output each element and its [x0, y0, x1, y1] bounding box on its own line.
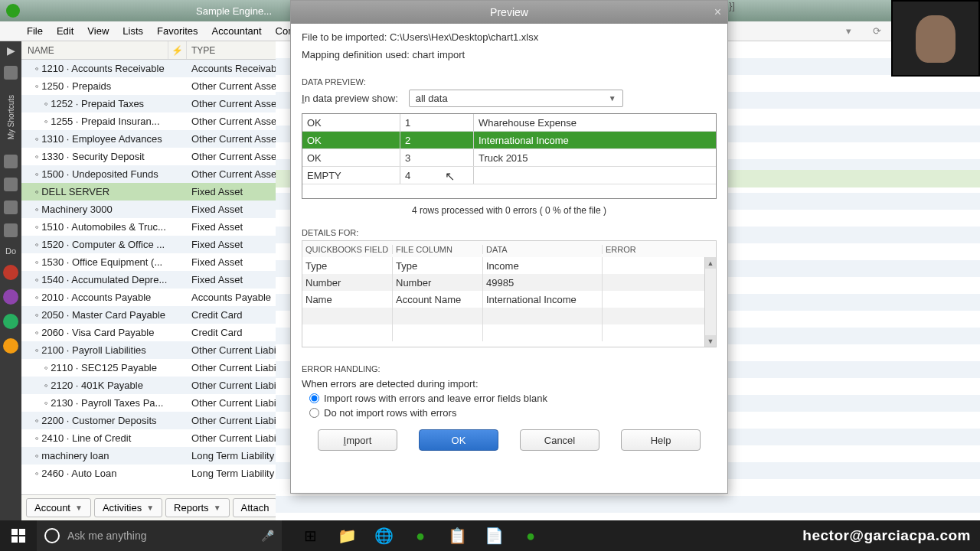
coa-row[interactable]: ◦ 2010 · Accounts PayableAccounts Payabl…	[21, 289, 276, 306]
coa-row[interactable]: ◦ 2120 · 401K PayableOther Current Liabi…	[21, 377, 276, 394]
shortcut-icon[interactable]	[4, 201, 18, 214]
coa-row[interactable]: ◦ 2460 · Auto LoanLong Term Liability	[21, 465, 276, 482]
scrollbar[interactable]: ▲ ▼	[704, 257, 716, 347]
quickbooks-icon-2[interactable]: ●	[513, 520, 548, 551]
show-dropdown[interactable]: all data▼	[409, 90, 623, 107]
preview-row[interactable]: OK1Wharehouse Expense	[302, 114, 716, 132]
import-button[interactable]: Import	[318, 429, 397, 451]
coa-row[interactable]: ◦ 1310 · Employee AdvancesOther Current …	[21, 130, 276, 148]
coa-row[interactable]: ◦ 2110 · SEC125 PayableOther Current Lia…	[21, 359, 276, 377]
dialog-titlebar[interactable]: Preview ×	[291, 1, 727, 24]
col-name[interactable]: NAME	[21, 41, 168, 59]
mapping-label: Mapping definition used: chart import	[302, 49, 717, 60]
coa-row[interactable]: ◦ 1252 · Prepaid TaxesOther Current Asse…	[21, 95, 276, 112]
coa-row[interactable]: ◦ 2050 · Master Card PayableCredit Card	[21, 306, 276, 324]
shortcut-icon[interactable]	[4, 223, 18, 237]
quickbooks-icon[interactable]: ●	[403, 520, 438, 551]
shortcut-icon[interactable]	[4, 178, 18, 191]
menu-lists[interactable]: Lists	[116, 25, 150, 37]
details-table[interactable]: TypeTypeIncomeNumberNumber49985NameAccou…	[302, 257, 717, 347]
task-view-icon[interactable]: ⊞	[292, 520, 328, 551]
coa-row[interactable]: ◦ 2060 · Visa Card PayableCredit Card	[21, 324, 276, 341]
coa-row[interactable]: ◦ 2130 · Payroll Taxes Pa...Other Curren…	[21, 394, 276, 412]
explorer-icon[interactable]: 📁	[329, 520, 364, 551]
orange-circle-icon[interactable]	[3, 338, 18, 354]
coa-row[interactable]: ◦ 1255 · Prepaid Insuran...Other Current…	[21, 112, 276, 130]
title-fragment: }]	[729, 0, 735, 11]
coa-row[interactable]: ◦ 2410 · Line of CreditOther Current Lia…	[21, 429, 276, 447]
coa-row[interactable]: ◦ 1250 · PrepaidsOther Current Asset	[21, 77, 276, 95]
scroll-up-icon[interactable]: ▲	[705, 257, 716, 269]
coa-row[interactable]: ◦ 1530 · Office Equipment (...Fixed Asse…	[21, 253, 276, 271]
webcam-overlay	[891, 0, 980, 77]
coa-row[interactable]: ◦ Machinery 3000Fixed Asset	[21, 201, 276, 218]
preview-table[interactable]: OK1Wharehouse ExpenseOK2International In…	[302, 113, 717, 199]
chart-of-accounts-panel: NAME ⚡ TYPE ◦ 1210 · Accounts Receivable…	[21, 41, 276, 520]
coa-row[interactable]: ◦ machinery loanLong Term Liability	[21, 447, 276, 465]
shortcut-icon[interactable]	[4, 155, 18, 168]
cancel-button[interactable]: Cancel	[520, 429, 599, 451]
menu-favorites[interactable]: Favorites	[150, 25, 204, 37]
email-watermark: hector@garciacpa.com	[802, 527, 971, 544]
window-title: Sample Engine...	[196, 5, 272, 17]
col-attach-icon[interactable]: ⚡	[168, 41, 187, 59]
col-type[interactable]: TYPE	[187, 41, 276, 59]
ok-button[interactable]: OK	[419, 429, 498, 451]
do-label: Do	[5, 246, 16, 256]
rows-summary: 4 rows processed with 0 errors ( 0 % of …	[302, 205, 717, 216]
radio-import-blank[interactable]: Import rows with errors and leave error …	[309, 393, 717, 404]
coa-row[interactable]: ◦ 2200 · Customer DepositsOther Current …	[21, 412, 276, 429]
refresh-icon[interactable]: ⟳	[866, 25, 888, 37]
coa-column-headers: NAME ⚡ TYPE	[21, 41, 276, 60]
coa-list[interactable]: ◦ 1210 · Accounts ReceivableAccounts Rec…	[21, 60, 276, 494]
dropdown-icon[interactable]: ▾	[839, 25, 858, 37]
help-button[interactable]: Help	[621, 429, 701, 451]
menu-accountant[interactable]: Accountant	[205, 25, 269, 37]
expand-icon[interactable]: ▶	[7, 44, 15, 57]
account-button[interactable]: Account▼	[26, 498, 91, 517]
dialog-title: Preview	[490, 6, 528, 18]
coa-row[interactable]: ◦ 2100 · Payroll LiabilitiesOther Curren…	[21, 341, 276, 359]
cortana-placeholder: Ask me anything	[67, 530, 147, 542]
show-label: In data preview show:	[302, 93, 398, 104]
coa-row[interactable]: ◦ 1210 · Accounts ReceivableAccounts Rec…	[21, 60, 276, 77]
coa-row[interactable]: ◦ 1540 · Accumulated Depre...Fixed Asset	[21, 271, 276, 289]
menu-edit[interactable]: Edit	[50, 25, 80, 37]
details-row[interactable]: TypeTypeIncome	[302, 257, 716, 274]
chrome-icon[interactable]: 🌐	[366, 520, 401, 551]
close-icon[interactable]: ×	[714, 5, 721, 19]
red-circle-icon[interactable]	[3, 265, 18, 280]
preview-dialog: Preview × File to be imported: C:\Users\…	[290, 0, 728, 494]
attach-button[interactable]: Attach	[233, 498, 278, 517]
activities-button[interactable]: Activities▼	[94, 498, 162, 517]
green-circle-icon[interactable]	[3, 314, 18, 329]
taskbar: Ask me anything 🎤 ⊞ 📁 🌐 ● 📋 📄 ● hector@g…	[0, 520, 980, 551]
preview-row[interactable]: EMPTY4	[302, 167, 716, 184]
details-heading: DETAILS FOR:	[302, 228, 717, 237]
mic-icon[interactable]: 🎤	[261, 530, 274, 542]
preview-row[interactable]: OK3Truck 2015	[302, 149, 716, 167]
details-row[interactable]: NameAccount NameInternational Income	[302, 291, 716, 308]
radio-skip-errors[interactable]: Do not import rows with errors	[309, 407, 717, 419]
app-icon[interactable]: 📋	[439, 520, 475, 551]
notepad-icon[interactable]: 📄	[476, 520, 511, 551]
coa-row[interactable]: ◦ 1330 · Security DepositOther Current A…	[21, 148, 276, 165]
coa-footer: Account▼ Activities▼ Reports▼ Attach Inc…	[21, 494, 276, 520]
cortana-search[interactable]: Ask me anything 🎤	[37, 520, 282, 551]
coa-row[interactable]: ◦ 1510 · Automobiles & Truc...Fixed Asse…	[21, 218, 276, 236]
preview-row[interactable]: OK2International Income	[302, 132, 716, 149]
start-button[interactable]	[0, 520, 37, 551]
file-path-label: File to be imported: C:\Users\Hex\Deskto…	[302, 31, 717, 43]
purple-circle-icon[interactable]	[3, 289, 18, 305]
reports-button[interactable]: Reports▼	[165, 498, 229, 517]
rail-label: My Shortcuts	[7, 95, 15, 139]
scroll-down-icon[interactable]: ▼	[705, 335, 716, 347]
coa-row[interactable]: ◦ 1500 · Undeposited FundsOther Current …	[21, 165, 276, 183]
search-icon[interactable]	[4, 66, 18, 80]
error-prompt: When errors are detected during import:	[302, 378, 717, 390]
coa-row[interactable]: ◦ DELL SERVERFixed Asset	[21, 183, 276, 201]
details-row[interactable]: NumberNumber49985	[302, 274, 716, 291]
coa-row[interactable]: ◦ 1520 · Computer & Office ...Fixed Asse…	[21, 236, 276, 253]
menu-view[interactable]: View	[80, 25, 116, 37]
menu-file[interactable]: File	[20, 25, 50, 37]
